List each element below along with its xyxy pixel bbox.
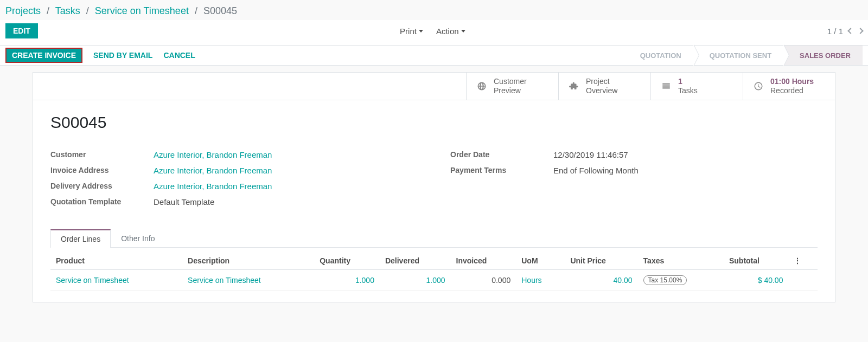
breadcrumb-sep: / — [83, 5, 92, 16]
project-overview-l1: Project — [586, 77, 617, 86]
invoice-address-value[interactable]: Azure Interior, Brandon Freeman — [154, 166, 272, 175]
delivery-address-value[interactable]: Azure Interior, Brandon Freeman — [154, 182, 272, 191]
cell-delivered: 1.000 — [380, 269, 451, 291]
action-dropdown[interactable]: Action — [436, 27, 465, 36]
delivery-address-label: Delivery Address — [50, 182, 154, 191]
cell-description[interactable]: Service on Timesheet — [182, 269, 314, 291]
breadcrumb-sep: / — [192, 5, 201, 16]
project-overview-button[interactable]: Project Overview — [558, 73, 650, 100]
hours-label: Recorded — [770, 86, 814, 95]
edit-button[interactable]: EDIT — [5, 23, 38, 38]
control-center: Print Action — [38, 27, 827, 36]
breadcrumb-projects[interactable]: Projects — [5, 5, 41, 16]
control-bar: EDIT Print Action 1 / 1 — [0, 20, 868, 45]
th-quantity[interactable]: Quantity — [314, 252, 380, 270]
breadcrumb: Projects / Tasks / Service on Timesheet … — [0, 0, 868, 20]
cell-quantity: 1.000 — [314, 269, 380, 291]
customer-preview-l1: Customer — [494, 77, 527, 86]
th-product[interactable]: Product — [50, 252, 182, 270]
order-lines-table: Product Description Quantity Delivered I… — [50, 252, 818, 291]
tasks-button[interactable]: 1 Tasks — [650, 73, 743, 100]
project-overview-l2: Overview — [586, 86, 617, 95]
th-invoiced[interactable]: Invoiced — [451, 252, 516, 270]
print-label: Print — [400, 27, 417, 36]
th-subtotal[interactable]: Subtotal — [724, 252, 788, 270]
customer-preview-l2: Preview — [494, 86, 527, 95]
globe-icon — [476, 81, 487, 92]
status-quotation-sent[interactable]: QUOTATION SENT — [693, 46, 783, 65]
status-sales-order[interactable]: SALES ORDER — [783, 46, 863, 65]
tasks-count: 1 — [678, 77, 698, 86]
send-email-button[interactable]: SEND BY EMAIL — [93, 51, 152, 60]
pager: 1 / 1 — [827, 27, 863, 36]
cell-uom: Hours — [516, 269, 565, 291]
create-invoice-button[interactable]: CREATE INVOICE — [5, 48, 82, 63]
caret-down-icon — [419, 30, 423, 33]
record-title: S00045 — [50, 113, 818, 132]
tab-order-lines[interactable]: Order Lines — [50, 229, 111, 248]
caret-down-icon — [461, 30, 465, 33]
payment-terms-value: End of Following Month — [553, 166, 639, 175]
status-steps: QUOTATION QUOTATION SENT SALES ORDER — [624, 46, 863, 65]
th-uom[interactable]: UoM — [516, 252, 565, 270]
order-date-value: 12/30/2019 11:46:57 — [553, 150, 628, 159]
th-taxes[interactable]: Taxes — [638, 252, 724, 270]
pager-text: 1 / 1 — [827, 27, 843, 36]
th-unit-price[interactable]: Unit Price — [565, 252, 637, 270]
tasks-label: Tasks — [678, 86, 698, 95]
order-date-label: Order Date — [450, 150, 553, 159]
breadcrumb-current: S00045 — [203, 5, 237, 16]
puzzle-icon — [569, 81, 579, 92]
hours-recorded-button[interactable]: 01:00 Hours Recorded — [743, 73, 835, 100]
customer-value[interactable]: Azure Interior, Brandon Freeman — [154, 150, 272, 159]
th-description[interactable]: Description — [182, 252, 314, 270]
tab-other-info[interactable]: Other Info — [111, 229, 165, 248]
action-buttons: CREATE INVOICE SEND BY EMAIL CANCEL — [5, 46, 195, 65]
print-dropdown[interactable]: Print — [400, 27, 423, 36]
tabs: Order Lines Other Info — [50, 229, 818, 248]
cell-unit-price: 40.00 — [565, 269, 637, 291]
tax-badge: Tax 15.00% — [643, 275, 687, 285]
breadcrumb-service[interactable]: Service on Timesheet — [95, 5, 189, 16]
th-options[interactable]: ⋮ — [788, 252, 818, 270]
table-row[interactable]: Service on Timesheet Service on Timeshee… — [50, 269, 818, 291]
quotation-template-label: Quotation Template — [50, 197, 154, 207]
stat-buttons: Customer Preview Project Overview 1 — [33, 73, 835, 100]
cell-subtotal: $ 40.00 — [724, 269, 788, 291]
invoice-address-label: Invoice Address — [50, 166, 154, 175]
th-delivered[interactable]: Delivered — [380, 252, 451, 270]
quotation-template-value: Default Template — [154, 197, 214, 207]
pager-prev-icon[interactable] — [847, 28, 853, 34]
cell-taxes: Tax 15.00% — [638, 269, 724, 291]
customer-label: Customer — [50, 150, 154, 159]
status-row: CREATE INVOICE SEND BY EMAIL CANCEL QUOT… — [0, 45, 868, 66]
breadcrumb-sep: / — [43, 5, 53, 16]
action-label: Action — [436, 27, 459, 36]
breadcrumb-tasks[interactable]: Tasks — [55, 5, 80, 16]
cell-product[interactable]: Service on Timesheet — [50, 269, 182, 291]
cancel-button[interactable]: CANCEL — [163, 51, 195, 60]
clock-icon — [753, 81, 764, 92]
pager-next-icon[interactable] — [857, 28, 863, 34]
status-quotation[interactable]: QUOTATION — [624, 46, 693, 65]
tasks-icon — [661, 81, 672, 92]
payment-terms-label: Payment Terms — [450, 166, 553, 175]
cell-invoiced: 0.000 — [451, 269, 516, 291]
customer-preview-button[interactable]: Customer Preview — [466, 73, 558, 100]
form-sheet: Customer Preview Project Overview 1 — [33, 72, 835, 302]
hours-value: 01:00 Hours — [770, 77, 814, 86]
